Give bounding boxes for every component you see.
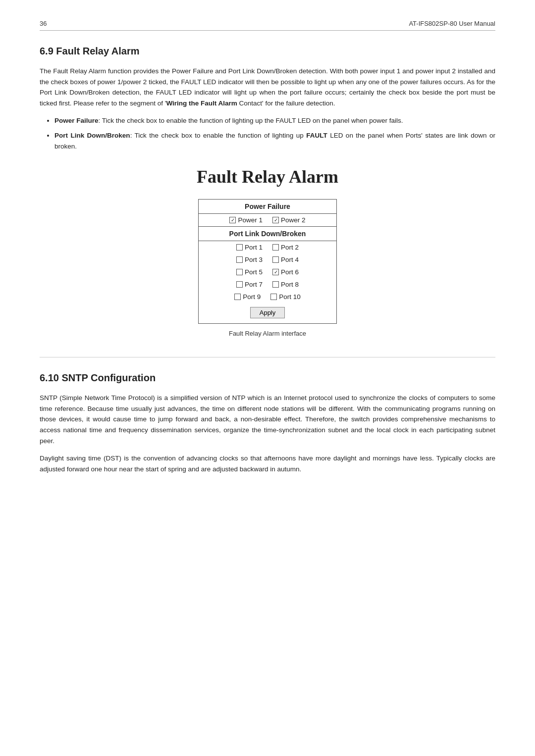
section-610-paragraph2: Daylight saving time (DST) is the conven… — [40, 453, 495, 474]
port8-checkbox[interactable] — [272, 281, 279, 288]
port2-label: Port 2 — [281, 244, 299, 251]
interface-caption: Fault Relay Alarm interface — [40, 330, 495, 337]
port-row-3-4: Port 3 Port 4 — [199, 253, 336, 266]
section-610-heading: 6.10 SNTP Configuration — [40, 372, 495, 384]
port9-label: Port 9 — [243, 293, 261, 301]
port9-checkbox[interactable] — [234, 294, 241, 300]
power2-checkbox[interactable] — [272, 217, 279, 223]
section-610: 6.10 SNTP Configuration SNTP (Simple Net… — [40, 372, 495, 474]
port10-checkbox[interactable] — [270, 294, 277, 300]
port-row-5-6: Port 5 Port 6 — [199, 266, 336, 278]
power1-checkbox-label[interactable]: Power 1 — [229, 216, 263, 224]
power-failure-header: Power Failure — [199, 200, 336, 214]
port1-checkbox[interactable] — [236, 244, 243, 251]
port3-checkbox-label[interactable]: Port 3 — [236, 256, 263, 263]
port5-label: Port 5 — [245, 268, 263, 276]
port-link-header: Port Link Down/Broken — [199, 226, 336, 241]
apply-button[interactable]: Apply — [250, 307, 285, 318]
port5-checkbox-label[interactable]: Port 5 — [236, 268, 263, 276]
port10-checkbox-label[interactable]: Port 10 — [270, 293, 301, 301]
section-69: 6.9 Fault Relay Alarm The Fault Relay Al… — [40, 46, 495, 337]
bullet-power-failure: Power Failure: Tick the check box to ena… — [54, 115, 495, 126]
section-69-bullets: Power Failure: Tick the check box to ena… — [54, 115, 495, 151]
port8-label: Port 8 — [281, 281, 299, 288]
power1-label: Power 1 — [238, 216, 263, 224]
port1-label: Port 1 — [245, 244, 263, 251]
fault-relay-interface-wrapper: Power Failure Power 1 Power 2 Port Link … — [40, 199, 495, 324]
port9-checkbox-label[interactable]: Port 9 — [234, 293, 261, 301]
power1-checkbox[interactable] — [229, 217, 236, 223]
port1-checkbox-label[interactable]: Port 1 — [236, 244, 263, 251]
port2-checkbox-label[interactable]: Port 2 — [272, 244, 299, 251]
fault-relay-interface-box: Power Failure Power 1 Power 2 Port Link … — [198, 199, 337, 324]
power-checkboxes-row: Power 1 Power 2 — [199, 214, 336, 226]
fault-relay-alarm-title: Fault Relay Alarm — [40, 166, 495, 187]
section-69-heading: 6.9 Fault Relay Alarm — [40, 46, 495, 57]
port6-checkbox-label[interactable]: Port 6 — [272, 268, 299, 276]
port7-checkbox-label[interactable]: Port 7 — [236, 281, 263, 288]
port10-label: Port 10 — [279, 293, 301, 301]
bullet-port-link: Port Link Down/Broken: Tick the check bo… — [54, 130, 495, 151]
port-row-1-2: Port 1 Port 2 — [199, 241, 336, 253]
port8-checkbox-label[interactable]: Port 8 — [272, 281, 299, 288]
port7-label: Port 7 — [245, 281, 263, 288]
port2-checkbox[interactable] — [272, 244, 279, 251]
section-divider — [40, 357, 495, 357]
port5-checkbox[interactable] — [236, 269, 243, 275]
section-610-paragraph1: SNTP (Simple Network Time Protocol) is a… — [40, 393, 495, 446]
port6-checkbox[interactable] — [272, 269, 279, 275]
port4-checkbox[interactable] — [272, 256, 279, 263]
port-row-7-8: Port 7 Port 8 — [199, 278, 336, 291]
power2-checkbox-label[interactable]: Power 2 — [272, 216, 306, 224]
page-header: 36 AT-IFS802SP-80 User Manual — [40, 20, 495, 31]
port3-checkbox[interactable] — [236, 256, 243, 263]
document-title: AT-IFS802SP-80 User Manual — [409, 20, 495, 27]
port3-label: Port 3 — [245, 256, 263, 263]
page-number: 36 — [40, 20, 47, 27]
section-69-intro: The Fault Relay Alarm function provides … — [40, 66, 495, 108]
power2-label: Power 2 — [281, 216, 306, 224]
port4-label: Port 4 — [281, 256, 299, 263]
port4-checkbox-label[interactable]: Port 4 — [272, 256, 299, 263]
apply-row: Apply — [199, 303, 336, 323]
port-row-9-10: Port 9 Port 10 — [199, 291, 336, 303]
port7-checkbox[interactable] — [236, 281, 243, 288]
port6-label: Port 6 — [281, 268, 299, 276]
